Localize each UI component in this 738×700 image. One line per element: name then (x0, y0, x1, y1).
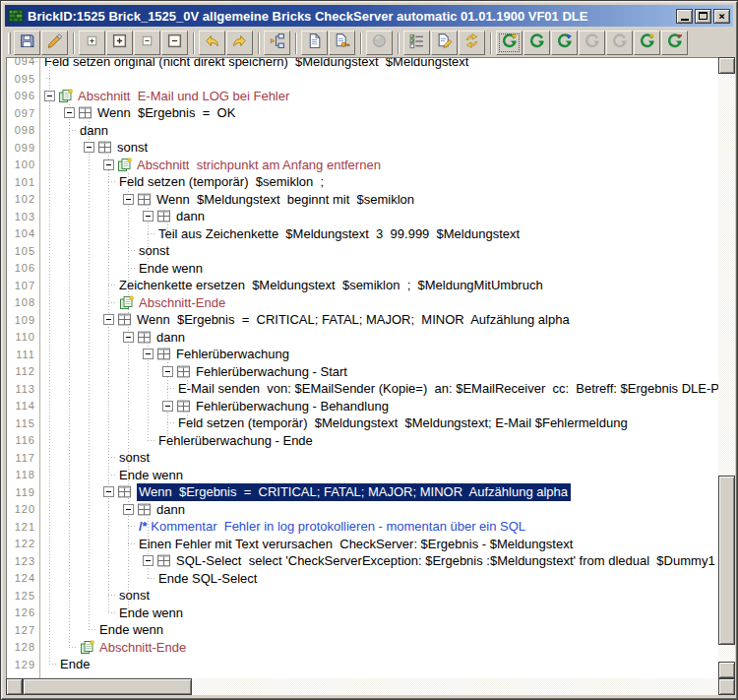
tree-row-101[interactable]: 101Feld setzen (temporär) $semiklon ; (7, 173, 720, 191)
tree-row-129[interactable]: 129Ende (7, 656, 720, 673)
generate-button[interactable] (523, 31, 550, 55)
tree-row-121[interactable]: 121/* Kommentar Fehler in log protokolli… (7, 518, 720, 536)
tree-row-119[interactable]: 119Wenn $Ergebnis = CRITICAL; FATAL; MAJ… (7, 483, 720, 501)
generate-disabled-button-2[interactable] (606, 31, 633, 55)
collapse-expander-icon[interactable] (103, 314, 114, 325)
tree-row-125[interactable]: 125sonst (7, 587, 720, 605)
vertical-scrollbar[interactable] (718, 57, 735, 678)
record-button[interactable] (366, 31, 393, 55)
generate-add-button[interactable] (496, 31, 523, 55)
tree-row-107[interactable]: 107Zeichenkette ersetzen $Meldungstext $… (7, 277, 720, 294)
collapse-expander-icon[interactable] (103, 486, 114, 497)
collapse-expander-icon[interactable] (123, 332, 134, 343)
collapse-expander-icon[interactable] (84, 142, 94, 153)
collapse-expander-icon[interactable] (143, 349, 154, 359)
vertical-scroll-thumb[interactable] (718, 476, 735, 645)
close-button[interactable]: × (713, 9, 730, 24)
tree-row-115[interactable]: 115Feld setzen (temporär) $Meldungstext … (7, 414, 720, 432)
tree-row-095[interactable]: 095 (7, 70, 720, 88)
minus-small-icon (139, 32, 155, 53)
collapse-expander-icon[interactable] (143, 211, 154, 222)
collapse-expander-icon[interactable] (44, 91, 55, 101)
tree-row-094[interactable]: 094Feld setzen original (nicht direkt sp… (7, 57, 720, 70)
tree-row-097[interactable]: 097Wenn $Ergebnis = OK (7, 104, 720, 122)
maximize-button[interactable] (695, 9, 711, 24)
tree-row-127[interactable]: 127Ende wenn (7, 621, 720, 639)
format-brush-button[interactable] (41, 31, 68, 55)
expand-all-button[interactable] (106, 31, 133, 55)
minimize-button[interactable] (676, 9, 693, 24)
tree-stub (128, 543, 137, 544)
document-pencil-icon (436, 32, 453, 53)
generate-disabled-button[interactable] (579, 31, 605, 55)
save-button[interactable] (14, 31, 40, 55)
tree-row-105[interactable]: 105sonst (7, 242, 720, 260)
collapse-expander-icon[interactable] (103, 159, 114, 170)
collapse-expander-icon[interactable] (162, 366, 173, 377)
undo-button[interactable] (199, 31, 225, 55)
scroll-up-button[interactable] (718, 57, 735, 74)
grid-node-icon (156, 347, 171, 361)
collapse-expander-icon[interactable] (143, 555, 154, 566)
generate-add-2-button[interactable] (634, 31, 660, 55)
collapse-all-button[interactable] (161, 31, 188, 55)
collapse-expander-icon[interactable] (123, 194, 134, 205)
tree-row-text: Ende (60, 657, 90, 671)
toolbar-grip[interactable] (8, 32, 11, 54)
collapse-node-button[interactable] (134, 31, 160, 55)
comment-prefix: /* (139, 519, 148, 534)
tree-row-113[interactable]: 113E-Mail senden von: $EMailSender (Kopi… (7, 380, 720, 398)
tree-row-096[interactable]: 096Abschnitt E-Mail und LOG bei Fehler (7, 87, 720, 104)
horizontal-scrollbar[interactable] (6, 678, 735, 695)
g-blue-icon (556, 32, 573, 53)
generate-remove-button[interactable] (661, 31, 688, 55)
g-minus-icon (666, 32, 683, 53)
insert-node-button[interactable] (264, 31, 290, 55)
tree-row-100[interactable]: 100Abschnitt strichpunkt am Anfang entfe… (7, 156, 720, 173)
tree-row-114[interactable]: 114Fehlerüberwachung - Behandlung (7, 397, 720, 414)
scroll-left-button[interactable] (6, 678, 23, 695)
tree-row-102[interactable]: 102Wenn $Meldungstext beginnt mit $semik… (7, 190, 720, 208)
tree-row-109[interactable]: 109Wenn $Ergebnis = CRITICAL; FATAL; MAJ… (7, 311, 720, 329)
tree-row-098[interactable]: 098dann (7, 121, 720, 139)
horizontal-scroll-thumb[interactable] (23, 678, 192, 695)
tree-row-text: E-Mail senden von: $EMailSender (Kopie=)… (178, 381, 720, 396)
tree-stub (148, 233, 156, 234)
scroll-right-button[interactable] (718, 678, 735, 695)
tree-row-123[interactable]: 123SQL-Select select 'CheckServerExcepti… (7, 552, 720, 570)
tree-row-text: Zeichenkette ersetzen $Meldungstext $sem… (119, 278, 543, 292)
tree-row-111[interactable]: 111Fehlerüberwachung (7, 346, 720, 363)
edit-document-button[interactable] (431, 31, 458, 55)
tree-row-128[interactable]: 128Abschnitt-Ende (7, 638, 720, 656)
collapse-expander-icon[interactable] (162, 401, 173, 412)
scroll-down-button[interactable] (718, 662, 735, 678)
tree-row-104[interactable]: 104Teil aus Zeichenkette $Meldungstext 3… (7, 224, 720, 242)
tree-row-117[interactable]: 117sonst (7, 449, 720, 467)
tree-row-103[interactable]: 103dann (7, 208, 720, 225)
tree-row-126[interactable]: 126Ende wenn (7, 604, 720, 621)
left-arrow-icon (9, 683, 17, 691)
tree-row-118[interactable]: 118Ende wenn (7, 466, 720, 483)
tree-row-124[interactable]: 124Ende SQL-Select (7, 569, 720, 587)
tree-row-110[interactable]: 110dann (7, 328, 720, 346)
tree-row-text: sonst (117, 140, 148, 155)
tree-stub (69, 647, 78, 648)
tree-row-106[interactable]: 106Ende wenn (7, 259, 720, 277)
gray-circle-icon (371, 32, 388, 53)
tree-row-122[interactable]: 122Einen Fehler mit Text verursachen Che… (7, 535, 720, 552)
expand-node-button[interactable] (79, 31, 105, 55)
checklist-button[interactable] (403, 31, 430, 55)
collapse-expander-icon[interactable] (64, 107, 75, 118)
tree-row-120[interactable]: 120dann (7, 500, 720, 518)
tree-row-108[interactable]: 108Abschnitt-Ende (7, 293, 720, 311)
section-icon (80, 640, 94, 655)
tree-row-112[interactable]: 112Fehlerüberwachung - Start (7, 362, 720, 380)
document-key-button[interactable] (329, 31, 355, 55)
new-document-button[interactable] (301, 31, 328, 55)
collapse-expander-icon[interactable] (123, 504, 134, 515)
generate-blue-button[interactable] (551, 31, 578, 55)
redo-button[interactable] (226, 31, 253, 55)
refresh-button[interactable] (459, 31, 485, 55)
tree-row-116[interactable]: 116Fehlerüberwachung - Ende (7, 431, 720, 449)
tree-row-099[interactable]: 099sonst (7, 139, 720, 157)
